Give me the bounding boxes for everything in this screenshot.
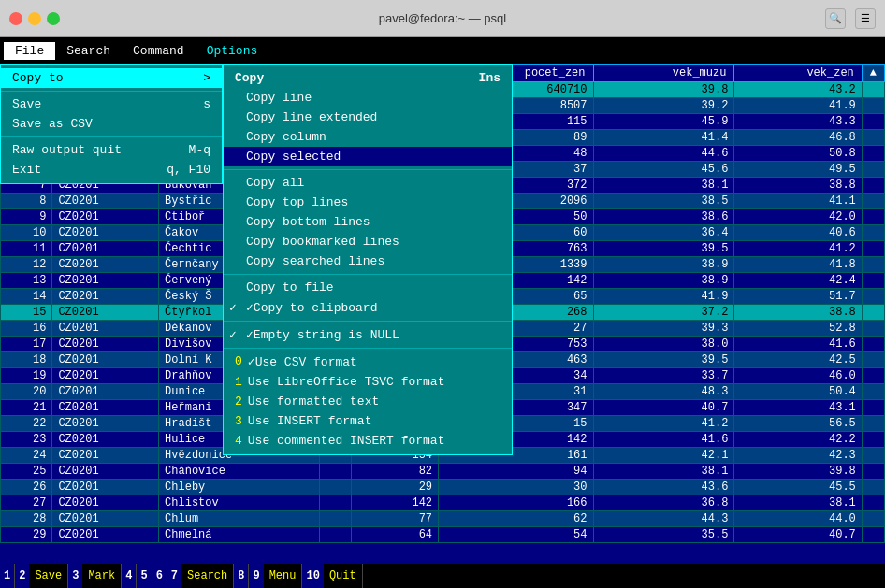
row-scroll: [862, 257, 884, 273]
menu-file[interactable]: File: [4, 42, 55, 60]
status-item-5[interactable]: 5: [137, 564, 152, 588]
status-item-mark[interactable]: 3Mark: [68, 564, 122, 588]
row-c1: CZ0201: [52, 209, 159, 225]
status-item-search[interactable]: 7Search: [167, 564, 234, 588]
row-c1: CZ0201: [52, 511, 159, 527]
row-vek-muzu: 39.8: [593, 82, 734, 98]
row-vek-zen: 40.6: [734, 225, 862, 241]
copy-to-file[interactable]: Copy to file: [224, 278, 512, 297]
row-scroll: [862, 178, 884, 194]
format-tsvc[interactable]: 1Use LibreOffice TSVC format: [224, 372, 512, 392]
row-c1: CZ0201: [52, 480, 159, 495]
row-vek-zen: 40.7: [734, 527, 862, 543]
table-row: 29 CZ0201 Chmelná 64 54 35.5 40.7: [1, 527, 885, 543]
row-scroll: [862, 130, 884, 146]
file-menu-save[interactable]: Save s: [1, 94, 222, 114]
format-csv[interactable]: 0✓Use CSV format: [224, 351, 512, 372]
copy-column[interactable]: Copy column: [224, 127, 512, 147]
row-vek-zen: 38.8: [734, 178, 862, 194]
minimize-button[interactable]: [28, 12, 41, 25]
menu-search[interactable]: Search: [55, 42, 122, 60]
row-vek-zen: 52.8: [734, 321, 862, 337]
copy-selected[interactable]: Copy selected: [224, 147, 512, 166]
row-vek-zen: 41.8: [734, 257, 862, 273]
copy-line-extended[interactable]: Copy line extended: [224, 108, 512, 127]
status-item-4[interactable]: 4: [122, 564, 137, 588]
window-controls[interactable]: [9, 12, 60, 25]
row-pocet-zen: 30: [439, 480, 593, 495]
copy-all[interactable]: Copy all: [224, 173, 512, 193]
status-item-6[interactable]: 6: [152, 564, 167, 588]
row-scroll: [862, 162, 884, 178]
status-item-1[interactable]: 1: [0, 564, 15, 588]
col-vek-zen: vek_zen: [734, 65, 862, 82]
row-muzu: 64: [352, 527, 439, 543]
copy-bookmarked-lines[interactable]: Copy bookmarked lines: [224, 232, 512, 251]
row-vek-muzu: 38.6: [593, 209, 734, 225]
row-scroll: [862, 416, 884, 432]
copy-top-lines[interactable]: Copy top lines: [224, 193, 512, 212]
row-scroll: [862, 448, 884, 464]
menu-button[interactable]: ☰: [855, 8, 876, 29]
row-vek-zen: 43.2: [734, 82, 862, 98]
row-vek-zen: 42.5: [734, 352, 862, 368]
close-button[interactable]: [9, 12, 22, 25]
row-vek-muzu: 45.6: [593, 162, 734, 178]
row-scroll: [862, 384, 884, 400]
menu-options[interactable]: Options: [196, 42, 269, 60]
row-muzu: 29: [352, 480, 439, 495]
row-scroll: [862, 527, 884, 543]
menu-command[interactable]: Command: [122, 42, 196, 60]
row-vek-muzu: 48.3: [593, 384, 734, 400]
row-vek-zen: 42.4: [734, 273, 862, 289]
file-menu-save-csv[interactable]: Save as CSV: [1, 114, 222, 134]
row-c1: CZ0201: [52, 495, 159, 511]
status-item-save[interactable]: 2Save: [15, 564, 68, 588]
file-menu-raw-quit[interactable]: Raw output quit M-q: [1, 140, 222, 160]
row-c1: CZ0201: [52, 225, 159, 241]
row-pocet-zen: 54: [439, 527, 593, 543]
copy-searched-lines[interactable]: Copy searched lines: [224, 251, 512, 271]
maximize-button[interactable]: [47, 12, 60, 25]
row-vek-muzu: 35.5: [593, 527, 734, 543]
row-c1: CZ0201: [52, 241, 159, 257]
status-item-menu[interactable]: 9Menu: [249, 564, 302, 588]
row-muzu: 82: [352, 464, 439, 480]
row-vek-zen: 41.2: [734, 241, 862, 257]
row-vek-zen: 41.6: [734, 337, 862, 352]
format-text[interactable]: 2Use formatted text: [224, 392, 512, 411]
format-insert[interactable]: 3Use INSERT format: [224, 411, 512, 431]
menu-bar: File Search Command Options: [0, 37, 885, 64]
row-muzu: 77: [352, 511, 439, 527]
row-vek-muzu: 37.2: [593, 305, 734, 321]
row-scroll: [862, 511, 884, 527]
copy-sep-3: [224, 321, 512, 322]
empty-string-null[interactable]: ✓Empty string is NULL: [224, 324, 512, 345]
row-vek-zen: 51.7: [734, 289, 862, 305]
copy-line[interactable]: Copy line: [224, 88, 512, 108]
copy-to-clipboard[interactable]: ✓Copy to clipboard: [224, 297, 512, 318]
row-vek-muzu: 38.9: [593, 273, 734, 289]
row-c2: Chlistov: [159, 495, 320, 511]
row-c2: Chmelná: [159, 527, 320, 543]
row-vek-muzu: 39.3: [593, 321, 734, 337]
copy-bottom-lines[interactable]: Copy bottom lines: [224, 212, 512, 232]
row-c3: [320, 464, 352, 480]
row-num: 14: [1, 289, 52, 305]
file-menu-exit[interactable]: Exit q, F10: [1, 160, 222, 179]
file-menu-copy-to[interactable]: Copy to >: [1, 68, 222, 88]
search-button[interactable]: 🔍: [825, 8, 846, 29]
row-vek-muzu: 42.1: [593, 448, 734, 464]
status-item-8[interactable]: 8: [234, 564, 249, 588]
row-c1: CZ0201: [52, 464, 159, 480]
format-commented-insert[interactable]: 4Use commented INSERT format: [224, 431, 512, 451]
row-c3: [320, 527, 352, 543]
row-num: 12: [1, 257, 52, 273]
file-dropdown: Copy to > Save s Save as CSV Raw output …: [0, 64, 223, 184]
row-vek-zen: 38.8: [734, 305, 862, 321]
status-item-quit[interactable]: 10Quit: [302, 564, 362, 588]
row-num: 13: [1, 273, 52, 289]
row-c3: [320, 480, 352, 495]
row-scroll: [862, 400, 884, 416]
row-vek-muzu: 41.6: [593, 432, 734, 448]
